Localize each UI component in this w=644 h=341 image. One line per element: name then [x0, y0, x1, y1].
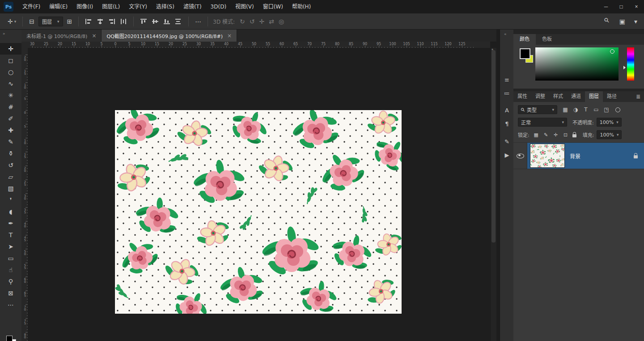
lock-artboard-icon[interactable]: ⊡: [563, 132, 569, 138]
menu-item-7[interactable]: 3D(D): [206, 0, 231, 13]
menu-item-3[interactable]: 图层(L): [97, 0, 124, 13]
frame-tool[interactable]: ⊠: [0, 287, 21, 299]
document-tab-0[interactable]: 未标题-1 @ 100%(RGB/8)×: [21, 30, 102, 42]
clone-stamp-tool[interactable]: ⚱: [0, 148, 21, 159]
distribute-horizontal-icon[interactable]: [120, 19, 127, 24]
auto-select-layers-icon[interactable]: ⊟: [27, 16, 37, 27]
layer-row-main[interactable]: 背景: [527, 143, 644, 169]
crop-tool[interactable]: #: [0, 101, 21, 113]
filter-pixel-layers-icon[interactable]: ▦: [562, 107, 569, 113]
tab-close-icon[interactable]: ×: [92, 33, 96, 39]
spot-healing-brush-tool[interactable]: ✚: [0, 124, 21, 136]
horizontal-ruler[interactable]: 3025201510505101520253035404550556065707…: [28, 42, 490, 48]
auto-select-scope-select[interactable]: 图层▾: [38, 17, 63, 26]
document-tab-1[interactable]: QQ截图20201114144509.jpg @ 100%(RGB/8#)×: [102, 30, 237, 42]
eye-icon[interactable]: [517, 153, 524, 158]
panel-foreground-swatch[interactable]: [520, 48, 530, 59]
close-button[interactable]: ×: [629, 0, 644, 13]
lock-image-pixels-icon[interactable]: ✎: [543, 132, 549, 138]
lasso-tool[interactable]: ∿: [0, 78, 21, 90]
history-brush-tool[interactable]: ↺: [0, 159, 21, 171]
scrollbar-thumb[interactable]: [491, 50, 496, 243]
saturation-brightness-field[interactable]: [535, 47, 619, 81]
show-transform-controls-icon[interactable]: ⊞: [65, 16, 75, 27]
lock-position-icon[interactable]: ✛: [553, 132, 559, 138]
menu-item-0[interactable]: 文件(F): [18, 0, 45, 13]
eraser-tool[interactable]: ▱: [0, 171, 21, 183]
filter-adjustment-layers-icon[interactable]: ◑: [572, 107, 579, 113]
type-tool[interactable]: T: [0, 229, 21, 241]
brush-settings-panel-icon[interactable]: ✎: [500, 136, 514, 147]
workspace-caret-icon[interactable]: ▾: [632, 16, 640, 27]
menu-item-9[interactable]: 窗口(W): [258, 0, 288, 13]
panel-tab-5[interactable]: 路径: [603, 91, 621, 102]
dodge-tool[interactable]: ◖: [0, 206, 21, 217]
align-horizontal-centers-icon[interactable]: [97, 19, 103, 24]
rectangle-tool[interactable]: ▭: [0, 252, 21, 264]
tab-close-icon[interactable]: ×: [227, 33, 232, 39]
panel-menu-icon[interactable]: ≣: [632, 91, 644, 102]
panel-tab-2[interactable]: 样式: [549, 91, 567, 102]
toolbar-toggle-icon[interactable]: »: [3, 31, 5, 36]
adjustments-panel-icon[interactable]: ≔: [500, 88, 514, 98]
search-icon[interactable]: ⚲: [601, 14, 615, 28]
3d-camera-icon[interactable]: ◎: [276, 16, 286, 27]
fill-select[interactable]: 100% ▾: [597, 130, 622, 139]
elliptical-marquee-tool[interactable]: ○: [0, 66, 21, 78]
hue-slider[interactable]: [627, 47, 634, 81]
color-picker-cursor[interactable]: [610, 49, 614, 54]
pen-tool[interactable]: ✒: [0, 217, 21, 229]
panel-tab-4[interactable]: 图层: [585, 91, 603, 102]
3d-slide-icon[interactable]: ⇄: [267, 16, 276, 27]
3d-pan-icon[interactable]: ✛: [257, 16, 267, 27]
align-bottom-edges-icon[interactable]: [164, 19, 170, 24]
menu-item-4[interactable]: 文字(Y): [124, 0, 152, 13]
3d-orbit-icon[interactable]: ↻: [237, 16, 247, 27]
lock-all-icon[interactable]: [572, 134, 576, 137]
blur-tool[interactable]: ❜: [0, 194, 21, 206]
menu-item-2[interactable]: 图像(I): [72, 0, 97, 13]
layer-filter-select[interactable]: ⚲ 类型 ▾: [518, 105, 557, 114]
eyedropper-tool[interactable]: ✐: [0, 113, 21, 124]
move-tool[interactable]: ✛: [0, 43, 21, 55]
minimize-button[interactable]: ─: [598, 0, 614, 13]
maximize-button[interactable]: □: [614, 0, 629, 13]
canvas-scrollbar[interactable]: ▴: [490, 48, 496, 341]
expand-panels-icon[interactable]: «: [504, 32, 507, 36]
filter-type-layers-icon[interactable]: T: [582, 107, 589, 113]
menu-item-8[interactable]: 视图(V): [231, 0, 258, 13]
menu-item-5[interactable]: 选择(S): [152, 0, 179, 13]
ruler-origin-corner[interactable]: [21, 42, 28, 48]
properties-panel-icon[interactable]: ≡: [500, 74, 514, 85]
3d-roll-icon[interactable]: ↺: [247, 16, 257, 27]
current-tool-move-icon[interactable]: ✛▾: [5, 16, 18, 27]
rectangular-marquee-tool[interactable]: ◻: [0, 55, 21, 66]
character-panel-icon[interactable]: A: [500, 105, 514, 115]
document-image[interactable]: [115, 110, 402, 314]
gradient-tool[interactable]: ▧: [0, 183, 21, 194]
distribute-vertical-icon[interactable]: [175, 19, 182, 24]
hue-slider-arrow-icon[interactable]: [623, 66, 626, 69]
panel-tab-3[interactable]: 通道: [567, 91, 585, 102]
layer-thumbnail[interactable]: [530, 144, 564, 167]
opacity-select[interactable]: 100% ▾: [597, 118, 622, 127]
align-left-edges-icon[interactable]: [85, 19, 92, 24]
color-panel-tab-1[interactable]: 色板: [536, 34, 558, 45]
menu-item-1[interactable]: 编辑(E): [45, 0, 72, 13]
vertical-ruler[interactable]: 201510505101520253035404550556065707580: [21, 48, 28, 341]
zoom-tool[interactable]: ⚲: [0, 276, 21, 287]
align-right-edges-icon[interactable]: [109, 19, 115, 24]
panel-tab-1[interactable]: 调整: [531, 91, 549, 102]
layer-lock-icon[interactable]: [634, 155, 638, 158]
align-vertical-centers-icon[interactable]: [152, 19, 158, 24]
align-top-edges-icon[interactable]: [140, 19, 147, 24]
panel-tab-0[interactable]: 属性: [513, 91, 531, 102]
color-panel-tab-0[interactable]: 颜色: [513, 34, 536, 45]
quick-selection-tool[interactable]: ✳: [0, 90, 21, 101]
path-selection-tool[interactable]: ➤: [0, 241, 21, 252]
layer-visibility-cell[interactable]: [513, 143, 527, 169]
hand-tool[interactable]: ☝: [0, 264, 21, 276]
actions-panel-icon[interactable]: ▶: [500, 149, 514, 160]
filter-shape-layers-icon[interactable]: ▭: [593, 107, 600, 113]
filter-smart-objects-icon[interactable]: ◳: [603, 107, 610, 113]
